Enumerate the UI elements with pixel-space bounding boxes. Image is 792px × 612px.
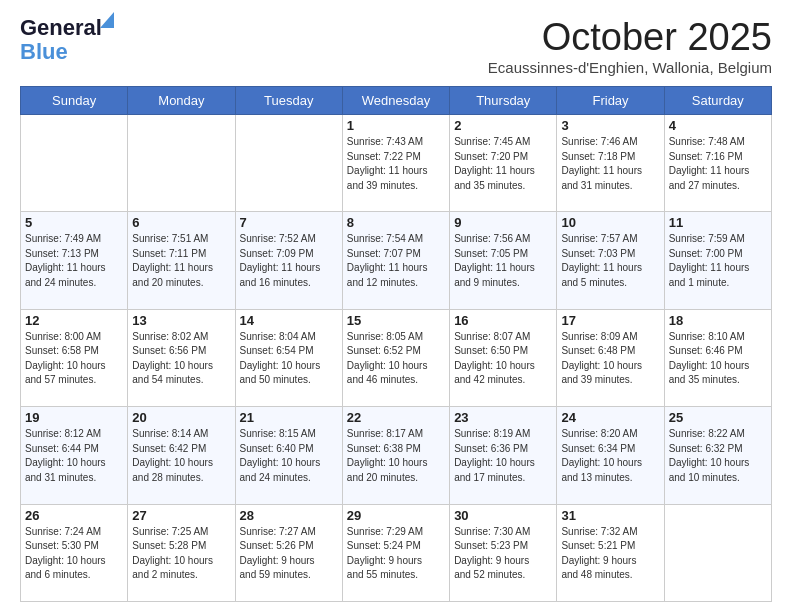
calendar-cell: 23Sunrise: 8:19 AM Sunset: 6:36 PM Dayli… bbox=[450, 407, 557, 504]
day-content: Sunrise: 7:29 AM Sunset: 5:24 PM Dayligh… bbox=[347, 525, 445, 583]
day-content: Sunrise: 7:54 AM Sunset: 7:07 PM Dayligh… bbox=[347, 232, 445, 290]
day-number: 21 bbox=[240, 410, 338, 425]
calendar-cell: 27Sunrise: 7:25 AM Sunset: 5:28 PM Dayli… bbox=[128, 504, 235, 601]
day-number: 31 bbox=[561, 508, 659, 523]
day-content: Sunrise: 7:46 AM Sunset: 7:18 PM Dayligh… bbox=[561, 135, 659, 193]
day-number: 9 bbox=[454, 215, 552, 230]
calendar-cell: 20Sunrise: 8:14 AM Sunset: 6:42 PM Dayli… bbox=[128, 407, 235, 504]
calendar-week-row: 26Sunrise: 7:24 AM Sunset: 5:30 PM Dayli… bbox=[21, 504, 772, 601]
calendar-table: SundayMondayTuesdayWednesdayThursdayFrid… bbox=[20, 86, 772, 602]
day-number: 12 bbox=[25, 313, 123, 328]
calendar-cell: 2Sunrise: 7:45 AM Sunset: 7:20 PM Daylig… bbox=[450, 115, 557, 212]
day-content: Sunrise: 8:15 AM Sunset: 6:40 PM Dayligh… bbox=[240, 427, 338, 485]
calendar-cell: 3Sunrise: 7:46 AM Sunset: 7:18 PM Daylig… bbox=[557, 115, 664, 212]
day-content: Sunrise: 7:48 AM Sunset: 7:16 PM Dayligh… bbox=[669, 135, 767, 193]
day-content: Sunrise: 8:05 AM Sunset: 6:52 PM Dayligh… bbox=[347, 330, 445, 388]
calendar-cell: 18Sunrise: 8:10 AM Sunset: 6:46 PM Dayli… bbox=[664, 309, 771, 406]
logo-text: General bbox=[20, 15, 102, 40]
day-number: 15 bbox=[347, 313, 445, 328]
calendar-cell bbox=[235, 115, 342, 212]
calendar-cell: 1Sunrise: 7:43 AM Sunset: 7:22 PM Daylig… bbox=[342, 115, 449, 212]
day-content: Sunrise: 8:12 AM Sunset: 6:44 PM Dayligh… bbox=[25, 427, 123, 485]
day-number: 5 bbox=[25, 215, 123, 230]
weekday-header-wednesday: Wednesday bbox=[342, 87, 449, 115]
calendar-cell: 19Sunrise: 8:12 AM Sunset: 6:44 PM Dayli… bbox=[21, 407, 128, 504]
day-number: 8 bbox=[347, 215, 445, 230]
calendar-cell: 30Sunrise: 7:30 AM Sunset: 5:23 PM Dayli… bbox=[450, 504, 557, 601]
calendar-cell: 28Sunrise: 7:27 AM Sunset: 5:26 PM Dayli… bbox=[235, 504, 342, 601]
svg-marker-0 bbox=[100, 12, 114, 28]
calendar-cell: 15Sunrise: 8:05 AM Sunset: 6:52 PM Dayli… bbox=[342, 309, 449, 406]
day-number: 10 bbox=[561, 215, 659, 230]
calendar-cell: 12Sunrise: 8:00 AM Sunset: 6:58 PM Dayli… bbox=[21, 309, 128, 406]
logo-blue-text: Blue bbox=[20, 39, 68, 64]
weekday-header-saturday: Saturday bbox=[664, 87, 771, 115]
logo: General Blue bbox=[20, 16, 102, 64]
calendar-cell: 9Sunrise: 7:56 AM Sunset: 7:05 PM Daylig… bbox=[450, 212, 557, 309]
day-number: 1 bbox=[347, 118, 445, 133]
weekday-header-friday: Friday bbox=[557, 87, 664, 115]
day-content: Sunrise: 7:49 AM Sunset: 7:13 PM Dayligh… bbox=[25, 232, 123, 290]
calendar-cell: 22Sunrise: 8:17 AM Sunset: 6:38 PM Dayli… bbox=[342, 407, 449, 504]
calendar-cell: 24Sunrise: 8:20 AM Sunset: 6:34 PM Dayli… bbox=[557, 407, 664, 504]
calendar-cell: 26Sunrise: 7:24 AM Sunset: 5:30 PM Dayli… bbox=[21, 504, 128, 601]
weekday-header-row: SundayMondayTuesdayWednesdayThursdayFrid… bbox=[21, 87, 772, 115]
calendar-week-row: 19Sunrise: 8:12 AM Sunset: 6:44 PM Dayli… bbox=[21, 407, 772, 504]
day-content: Sunrise: 7:30 AM Sunset: 5:23 PM Dayligh… bbox=[454, 525, 552, 583]
day-number: 16 bbox=[454, 313, 552, 328]
day-number: 4 bbox=[669, 118, 767, 133]
calendar-cell: 17Sunrise: 8:09 AM Sunset: 6:48 PM Dayli… bbox=[557, 309, 664, 406]
calendar-cell bbox=[664, 504, 771, 601]
day-content: Sunrise: 8:00 AM Sunset: 6:58 PM Dayligh… bbox=[25, 330, 123, 388]
day-number: 26 bbox=[25, 508, 123, 523]
calendar-cell bbox=[21, 115, 128, 212]
weekday-header-monday: Monday bbox=[128, 87, 235, 115]
day-number: 30 bbox=[454, 508, 552, 523]
day-number: 13 bbox=[132, 313, 230, 328]
calendar-cell: 8Sunrise: 7:54 AM Sunset: 7:07 PM Daylig… bbox=[342, 212, 449, 309]
calendar-cell: 21Sunrise: 8:15 AM Sunset: 6:40 PM Dayli… bbox=[235, 407, 342, 504]
weekday-header-thursday: Thursday bbox=[450, 87, 557, 115]
day-content: Sunrise: 7:51 AM Sunset: 7:11 PM Dayligh… bbox=[132, 232, 230, 290]
day-number: 29 bbox=[347, 508, 445, 523]
day-content: Sunrise: 8:19 AM Sunset: 6:36 PM Dayligh… bbox=[454, 427, 552, 485]
day-content: Sunrise: 7:52 AM Sunset: 7:09 PM Dayligh… bbox=[240, 232, 338, 290]
day-number: 20 bbox=[132, 410, 230, 425]
calendar-cell: 5Sunrise: 7:49 AM Sunset: 7:13 PM Daylig… bbox=[21, 212, 128, 309]
day-number: 19 bbox=[25, 410, 123, 425]
calendar-cell: 29Sunrise: 7:29 AM Sunset: 5:24 PM Dayli… bbox=[342, 504, 449, 601]
header: General Blue October 2025 Ecaussinnes-d'… bbox=[20, 16, 772, 76]
weekday-header-tuesday: Tuesday bbox=[235, 87, 342, 115]
logo-triangle-icon bbox=[100, 12, 114, 28]
day-content: Sunrise: 8:20 AM Sunset: 6:34 PM Dayligh… bbox=[561, 427, 659, 485]
day-number: 17 bbox=[561, 313, 659, 328]
calendar-cell: 25Sunrise: 8:22 AM Sunset: 6:32 PM Dayli… bbox=[664, 407, 771, 504]
day-content: Sunrise: 8:10 AM Sunset: 6:46 PM Dayligh… bbox=[669, 330, 767, 388]
calendar-cell: 13Sunrise: 8:02 AM Sunset: 6:56 PM Dayli… bbox=[128, 309, 235, 406]
day-number: 22 bbox=[347, 410, 445, 425]
day-content: Sunrise: 8:07 AM Sunset: 6:50 PM Dayligh… bbox=[454, 330, 552, 388]
day-content: Sunrise: 7:57 AM Sunset: 7:03 PM Dayligh… bbox=[561, 232, 659, 290]
day-number: 28 bbox=[240, 508, 338, 523]
day-number: 23 bbox=[454, 410, 552, 425]
day-content: Sunrise: 7:43 AM Sunset: 7:22 PM Dayligh… bbox=[347, 135, 445, 193]
day-content: Sunrise: 8:04 AM Sunset: 6:54 PM Dayligh… bbox=[240, 330, 338, 388]
calendar-cell: 7Sunrise: 7:52 AM Sunset: 7:09 PM Daylig… bbox=[235, 212, 342, 309]
day-number: 24 bbox=[561, 410, 659, 425]
day-content: Sunrise: 8:09 AM Sunset: 6:48 PM Dayligh… bbox=[561, 330, 659, 388]
day-number: 14 bbox=[240, 313, 338, 328]
day-content: Sunrise: 7:59 AM Sunset: 7:00 PM Dayligh… bbox=[669, 232, 767, 290]
calendar-cell: 4Sunrise: 7:48 AM Sunset: 7:16 PM Daylig… bbox=[664, 115, 771, 212]
title-area: October 2025 Ecaussinnes-d'Enghien, Wall… bbox=[488, 16, 772, 76]
day-content: Sunrise: 8:22 AM Sunset: 6:32 PM Dayligh… bbox=[669, 427, 767, 485]
calendar-cell: 11Sunrise: 7:59 AM Sunset: 7:00 PM Dayli… bbox=[664, 212, 771, 309]
calendar-week-row: 5Sunrise: 7:49 AM Sunset: 7:13 PM Daylig… bbox=[21, 212, 772, 309]
month-title: October 2025 bbox=[488, 16, 772, 59]
day-content: Sunrise: 7:24 AM Sunset: 5:30 PM Dayligh… bbox=[25, 525, 123, 583]
calendar-week-row: 1Sunrise: 7:43 AM Sunset: 7:22 PM Daylig… bbox=[21, 115, 772, 212]
location-text: Ecaussinnes-d'Enghien, Wallonia, Belgium bbox=[488, 59, 772, 76]
day-content: Sunrise: 7:56 AM Sunset: 7:05 PM Dayligh… bbox=[454, 232, 552, 290]
page: General Blue October 2025 Ecaussinnes-d'… bbox=[0, 0, 792, 612]
day-number: 7 bbox=[240, 215, 338, 230]
day-number: 2 bbox=[454, 118, 552, 133]
